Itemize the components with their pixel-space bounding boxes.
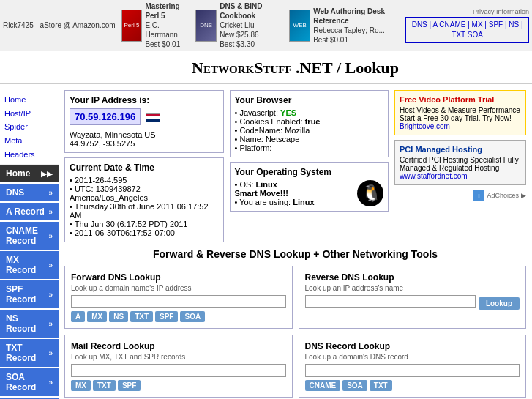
ad-panel-hosting[interactable]: PCI Managed Hosting Certified PCI Hostin… — [394, 140, 526, 185]
mail-record-desc: Look up MX, TXT and SPR records — [71, 353, 286, 361]
dns-book-cover: DNS — [195, 10, 217, 42]
nav-item-txt-record[interactable]: TXT Record » — [0, 339, 59, 367]
tool-forward-dns: Forward DNS Lookup Look up a domain name… — [64, 266, 293, 329]
web-book-info: Web Authoring Desk Reference Rebecca Tap… — [313, 7, 400, 45]
nav-item-soa-record[interactable]: SOA Record » — [0, 368, 59, 396]
dns-record-btn-cname[interactable]: CNAME — [305, 380, 341, 391]
datetime-title: Current Date & Time — [70, 163, 219, 173]
chevron-right-icon: » — [48, 349, 53, 357]
forward-dns-btn-spf[interactable]: SPF — [155, 311, 178, 322]
ad-book-dns[interactable]: DNS DNS & BIND Cookbook Cricket Liu New … — [195, 1, 283, 49]
reverse-dns-desc: Look up an IP address's name — [305, 284, 520, 292]
ad-book-perl[interactable]: Perl 5 Mastering Perl 5 E.C. Herrmann Be… — [121, 1, 190, 49]
right-ads: Free Video Platform Trial Host Videos & … — [394, 90, 526, 242]
browser-title: Your Browser — [235, 95, 384, 105]
content-area: Your IP Address is: 70.59.126.196 Wayzat… — [59, 84, 532, 399]
perl-book-info: Mastering Perl 5 E.C. Herrmann Best $0.0… — [145, 1, 190, 49]
corner-ad[interactable]: DNS | A CNAME | MX | SPF | NS | TXT SOA — [405, 17, 529, 43]
browser-platform: • Platform: — [235, 143, 384, 152]
mail-record-input[interactable] — [71, 364, 286, 377]
nav-link-meta[interactable]: Meta — [4, 134, 54, 148]
forward-dns-btn-ns[interactable]: NS — [109, 311, 128, 322]
ad-hosting-desc: Certified PCI Hosting Specialist Fully M… — [400, 156, 521, 172]
forward-dns-btn-txt[interactable]: TXT — [130, 311, 153, 322]
browser-name: • Name: Netscape — [235, 135, 384, 143]
datetime-box: Current Date & Time • 2011-26-4.595 • UT… — [64, 157, 224, 242]
forward-dns-desc: Look up a domain name's IP address — [71, 284, 286, 292]
ip-box: Your IP Address is: 70.59.126.196 Wayzat… — [64, 90, 224, 153]
ad-hosting-link: www.staffordnet.com — [400, 172, 521, 180]
chevron-right-icon: » — [48, 261, 53, 269]
nav-link-headers[interactable]: Headers — [4, 148, 54, 162]
os-smart-move: Smart Move!!! — [235, 189, 352, 198]
dns-record-buttons: CNAME SOA TXT — [305, 380, 520, 391]
dns-record-btn-soa[interactable]: SOA — [342, 380, 367, 391]
nav-link-home[interactable]: Home — [4, 93, 54, 107]
nav-link-spider[interactable]: Spider — [4, 120, 54, 134]
nav-item-spf-record[interactable]: SPF Record » — [0, 280, 59, 308]
tool-mail-record: Mail Record Lookup Look up MX, TXT and S… — [64, 335, 293, 398]
ad-video-title: Free Video Platform Trial — [400, 95, 521, 104]
forward-dns-btn-soa[interactable]: SOA — [180, 311, 205, 322]
tool-reverse-dns: Reverse DNS Lookup Look up an IP address… — [299, 266, 527, 329]
nav-link-hostip[interactable]: Host/IP — [4, 107, 54, 121]
main-wrapper: Home Host/IP Spider Meta Headers Home ▶▶… — [0, 84, 532, 399]
mail-record-btn-spf[interactable]: SPF — [118, 380, 141, 391]
datetime-line-4: • 2011-06-30T06:17:52-07:00 — [70, 228, 219, 237]
chevron-right-icon: » — [48, 189, 53, 197]
dns-record-desc: Look up a domain's DNS record — [305, 353, 520, 361]
nav-top-links: Home Host/IP Spider Meta Headers — [0, 90, 59, 165]
reverse-dns-lookup-btn[interactable]: Lookup — [479, 297, 520, 310]
browser-codename: • CodeName: Mozilla — [235, 126, 384, 135]
nav-item-cname-record[interactable]: CNAME Record » — [0, 222, 59, 250]
forward-dns-btn-a[interactable]: A — [71, 311, 85, 322]
ad-video-sub: Start a Free 30-day Trial. Try Now! — [400, 114, 521, 122]
reverse-dns-title: Reverse DNS Lookup — [305, 272, 520, 283]
ip-address: 70.59.126.196 — [70, 108, 141, 125]
datetime-line-0: • 2011-26-4.595 — [70, 176, 219, 184]
ip-section-title: Your IP Address is: — [70, 95, 219, 105]
ad-bar: Rick7425 - aStore @ Amazon.com Perl 5 Ma… — [0, 0, 532, 51]
ad-video-link: Brightcove.com — [400, 122, 521, 130]
privacy-text: Privacy Information — [473, 8, 529, 15]
forward-dns-input[interactable] — [71, 295, 286, 308]
chevron-right-icon: » — [48, 208, 53, 216]
mail-record-btn-mx[interactable]: MX — [71, 380, 91, 391]
chevron-right-icon: » — [48, 379, 53, 387]
os-text: • OS: Linux Smart Move!!! • You are usin… — [235, 180, 352, 206]
browser-box: Your Browser • Javascript: YES • Cookies… — [230, 90, 389, 157]
nav-item-a-record[interactable]: A Record » — [0, 203, 59, 220]
nav-item-mx-record[interactable]: MX Record » — [0, 251, 59, 279]
ad-book-web[interactable]: WEB Web Authoring Desk Reference Rebecca… — [289, 7, 400, 45]
dns-record-title: DNS Record Lookup — [305, 341, 520, 351]
ad-video-desc: Host Videos & Measure Performance — [400, 106, 521, 114]
browser-cookies: • Cookies Enabled: true — [235, 117, 384, 126]
os-title: Your Operating System — [235, 167, 384, 177]
ad-panel-video[interactable]: Free Video Platform Trial Host Videos & … — [394, 90, 526, 135]
datetime-line-3: • Thu Jun 30 (6:17:52 PDT) 2011 — [70, 220, 219, 228]
nav-item-home[interactable]: Home ▶▶ — [0, 165, 59, 182]
info-top-row: Your IP Address is: 70.59.126.196 Wayzat… — [64, 90, 526, 242]
ad-hosting-title: PCI Managed Hosting — [400, 145, 521, 154]
dns-record-input[interactable] — [305, 364, 520, 377]
forward-dns-btn-mx[interactable]: MX — [87, 311, 107, 322]
chevron-right-icon: ▶▶ — [41, 170, 53, 178]
us-flag-icon — [146, 113, 160, 122]
dns-book-info: DNS & BIND Cookbook Cricket Liu New $25.… — [220, 1, 283, 49]
linux-penguin-icon — [357, 180, 383, 206]
dns-record-btn-txt[interactable]: TXT — [370, 380, 392, 391]
nav-item-dns[interactable]: DNS » — [0, 184, 59, 201]
chevron-right-icon: » — [48, 232, 53, 240]
web-book-cover: WEB — [289, 10, 310, 42]
reverse-dns-input[interactable] — [305, 295, 476, 308]
forward-dns-buttons: A MX NS TXT SPF SOA — [71, 311, 286, 322]
chevron-right-icon: » — [48, 291, 53, 299]
mail-record-buttons: MX TXT SPF — [71, 380, 286, 391]
adchoices: i AdChoices ▶ — [394, 190, 526, 201]
browser-js: • Javascript: YES — [235, 108, 384, 117]
tools-grid: Forward DNS Lookup Look up a domain name… — [64, 266, 526, 398]
nav-item-ns-record[interactable]: NS Record » — [0, 310, 59, 338]
ip-location: Wayzata, Minnesota US — [70, 130, 219, 139]
ad-store-name: Rick7425 - aStore @ Amazon.com — [3, 21, 116, 29]
mail-record-btn-txt[interactable]: TXT — [93, 380, 116, 391]
